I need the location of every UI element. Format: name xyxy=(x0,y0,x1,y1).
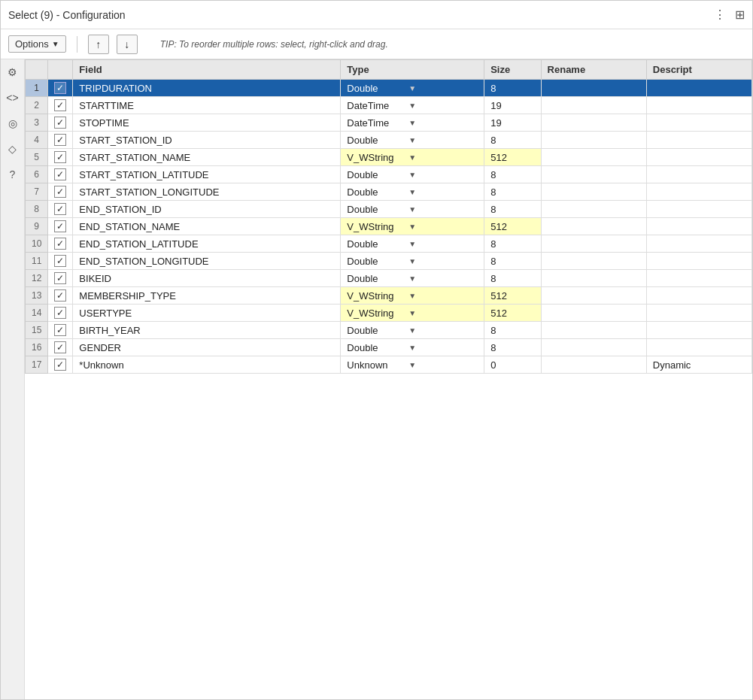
move-up-button[interactable]: ↑ xyxy=(88,35,109,54)
row-type-cell[interactable]: Double▼ xyxy=(341,253,484,270)
row-checkbox-cell[interactable] xyxy=(48,132,73,149)
table-row[interactable]: 14USERTYPEV_WString▼512 xyxy=(26,305,752,322)
type-dropdown-arrow[interactable]: ▼ xyxy=(408,188,416,196)
row-description-field[interactable] xyxy=(646,218,751,235)
row-checkbox-cell[interactable] xyxy=(48,97,73,114)
row-checkbox[interactable] xyxy=(54,255,66,267)
row-checkbox[interactable] xyxy=(54,134,66,146)
row-checkbox-cell[interactable] xyxy=(48,235,73,253)
row-type-cell[interactable]: Double▼ xyxy=(341,201,484,218)
row-checkbox-cell[interactable] xyxy=(48,253,73,270)
type-dropdown-arrow[interactable]: ▼ xyxy=(408,84,416,92)
row-rename-field[interactable] xyxy=(541,114,646,132)
table-row[interactable]: 12BIKEIDDouble▼8 xyxy=(26,270,752,287)
table-row[interactable]: 8END_STATION_IDDouble▼8 xyxy=(26,201,752,218)
more-options-icon[interactable]: ⋮ xyxy=(714,8,726,22)
row-checkbox-cell[interactable] xyxy=(48,287,73,305)
row-description-field[interactable] xyxy=(646,132,751,149)
table-row[interactable]: 5START_STATION_NAMEV_WString▼512 xyxy=(26,149,752,166)
pin-icon[interactable]: ⊞ xyxy=(735,8,745,22)
row-type-cell[interactable]: Double▼ xyxy=(341,132,484,149)
table-row[interactable]: 11END_STATION_LONGITUDEDouble▼8 xyxy=(26,253,752,270)
type-dropdown-arrow[interactable]: ▼ xyxy=(408,361,416,369)
code-side-icon[interactable]: <> xyxy=(5,89,21,106)
row-rename-field[interactable] xyxy=(541,149,646,166)
table-row[interactable]: 15BIRTH_YEARDouble▼8 xyxy=(26,322,752,339)
row-checkbox-cell[interactable] xyxy=(48,218,73,235)
row-description-field[interactable] xyxy=(646,149,751,166)
row-rename-field[interactable] xyxy=(541,339,646,356)
table-row[interactable]: 2STARTTIMEDateTime▼19 xyxy=(26,97,752,114)
row-checkbox-cell[interactable] xyxy=(48,322,73,339)
row-type-cell[interactable]: DateTime▼ xyxy=(341,114,484,132)
row-description-field[interactable] xyxy=(646,287,751,305)
gear-side-icon[interactable]: ⚙ xyxy=(5,64,21,80)
row-rename-field[interactable] xyxy=(541,270,646,287)
row-checkbox[interactable] xyxy=(54,99,66,111)
row-rename-field[interactable] xyxy=(541,132,646,149)
type-dropdown-arrow[interactable]: ▼ xyxy=(408,274,416,283)
row-rename-field[interactable] xyxy=(541,201,646,218)
row-checkbox[interactable] xyxy=(54,186,66,198)
row-checkbox[interactable] xyxy=(54,238,66,250)
row-checkbox[interactable] xyxy=(54,151,66,163)
row-description-field[interactable] xyxy=(646,201,751,218)
type-dropdown-arrow[interactable]: ▼ xyxy=(408,257,416,265)
row-type-cell[interactable]: Double▼ xyxy=(341,183,484,201)
row-rename-field[interactable] xyxy=(541,305,646,322)
row-checkbox-cell[interactable] xyxy=(48,114,73,132)
row-checkbox-cell[interactable] xyxy=(48,339,73,356)
move-down-button[interactable]: ↓ xyxy=(117,35,138,54)
type-dropdown-arrow[interactable]: ▼ xyxy=(408,153,416,162)
row-description-field[interactable]: Dynamic xyxy=(646,356,751,374)
row-description-field[interactable] xyxy=(646,270,751,287)
row-checkbox-cell[interactable] xyxy=(48,270,73,287)
row-type-cell[interactable]: DateTime▼ xyxy=(341,97,484,114)
row-description-field[interactable] xyxy=(646,114,751,132)
row-checkbox-cell[interactable] xyxy=(48,201,73,218)
row-checkbox[interactable] xyxy=(54,272,66,284)
type-dropdown-arrow[interactable]: ▼ xyxy=(408,171,416,179)
table-row[interactable]: 1TRIPDURATIONDouble▼8 xyxy=(26,80,752,97)
type-dropdown-arrow[interactable]: ▼ xyxy=(408,223,416,231)
type-dropdown-arrow[interactable]: ▼ xyxy=(408,240,416,248)
row-description-field[interactable] xyxy=(646,166,751,183)
table-row[interactable]: 7START_STATION_LONGITUDEDouble▼8 xyxy=(26,183,752,201)
row-rename-field[interactable] xyxy=(541,356,646,374)
row-checkbox[interactable] xyxy=(54,307,66,319)
row-rename-field[interactable] xyxy=(541,287,646,305)
row-checkbox[interactable] xyxy=(54,168,66,180)
type-dropdown-arrow[interactable]: ▼ xyxy=(408,136,416,144)
type-dropdown-arrow[interactable]: ▼ xyxy=(408,205,416,214)
table-row[interactable]: 16GENDERDouble▼8 xyxy=(26,339,752,356)
row-type-cell[interactable]: Double▼ xyxy=(341,166,484,183)
tag-side-icon[interactable]: ◇ xyxy=(5,141,21,157)
table-row[interactable]: 3STOPTIMEDateTime▼19 xyxy=(26,114,752,132)
row-type-cell[interactable]: Double▼ xyxy=(341,339,484,356)
table-row[interactable]: 17*UnknownUnknown▼0Dynamic xyxy=(26,356,752,374)
row-description-field[interactable] xyxy=(646,305,751,322)
row-description-field[interactable] xyxy=(646,97,751,114)
type-dropdown-arrow[interactable]: ▼ xyxy=(408,344,416,352)
row-type-cell[interactable]: Double▼ xyxy=(341,270,484,287)
table-row[interactable]: 10END_STATION_LATITUDEDouble▼8 xyxy=(26,235,752,253)
table-row[interactable]: 13MEMBERSHIP_TYPEV_WString▼512 xyxy=(26,287,752,305)
row-type-cell[interactable]: V_WString▼ xyxy=(341,149,484,166)
row-type-cell[interactable]: Double▼ xyxy=(341,80,484,97)
row-checkbox[interactable] xyxy=(54,220,66,232)
help-side-icon[interactable]: ? xyxy=(5,166,21,183)
row-description-field[interactable] xyxy=(646,235,751,253)
table-row[interactable]: 4START_STATION_IDDouble▼8 xyxy=(26,132,752,149)
row-description-field[interactable] xyxy=(646,80,751,97)
row-rename-field[interactable] xyxy=(541,97,646,114)
row-rename-field[interactable] xyxy=(541,166,646,183)
table-row[interactable]: 6START_STATION_LATITUDEDouble▼8 xyxy=(26,166,752,183)
row-rename-field[interactable] xyxy=(541,322,646,339)
row-description-field[interactable] xyxy=(646,322,751,339)
row-checkbox[interactable] xyxy=(54,203,66,215)
row-rename-field[interactable] xyxy=(541,218,646,235)
row-checkbox[interactable] xyxy=(54,82,66,94)
row-checkbox[interactable] xyxy=(54,359,66,371)
row-description-field[interactable] xyxy=(646,339,751,356)
row-checkbox-cell[interactable] xyxy=(48,305,73,322)
